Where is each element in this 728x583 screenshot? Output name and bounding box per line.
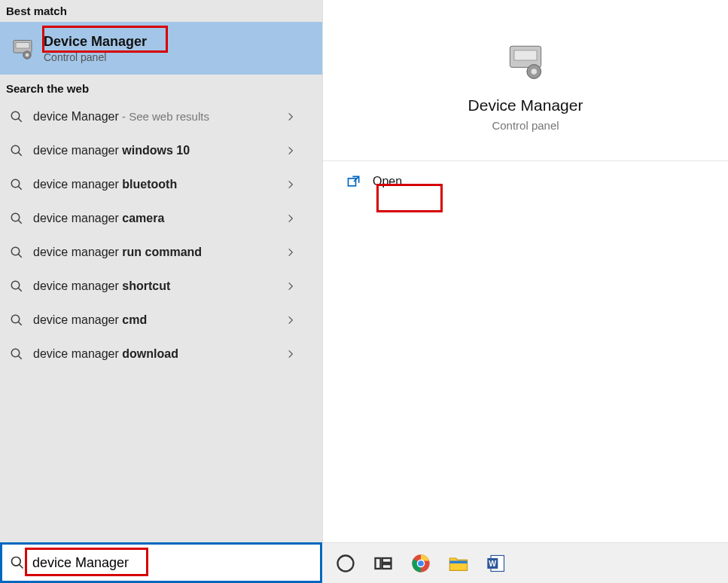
device-manager-large-icon bbox=[503, 38, 548, 83]
device-manager-icon bbox=[8, 33, 38, 63]
best-match-header: Best match bbox=[0, 0, 322, 22]
svg-point-3 bbox=[26, 53, 29, 57]
svg-rect-25 bbox=[449, 560, 467, 563]
svg-text:W: W bbox=[489, 558, 496, 567]
web-result-text: device manager camera bbox=[33, 212, 283, 225]
web-result-item[interactable]: device manager bluetooth bbox=[0, 167, 322, 201]
svg-point-17 bbox=[12, 557, 21, 566]
web-result-text: device manager run command bbox=[33, 246, 283, 259]
search-icon bbox=[8, 142, 26, 160]
chevron-right-icon[interactable] bbox=[283, 245, 298, 260]
search-icon bbox=[8, 277, 26, 295]
web-result-text: device manager download bbox=[33, 347, 283, 361]
svg-point-24 bbox=[418, 560, 424, 566]
web-result-item[interactable]: device manager camera bbox=[0, 201, 322, 235]
svg-point-11 bbox=[11, 349, 20, 357]
web-result-text: device manager cmd bbox=[33, 313, 283, 327]
chevron-right-icon[interactable] bbox=[283, 211, 298, 226]
search-icon bbox=[8, 311, 26, 329]
search-icon bbox=[8, 209, 26, 227]
web-result-item[interactable]: device manager run command bbox=[0, 235, 322, 269]
svg-point-15 bbox=[532, 69, 538, 75]
svg-rect-1 bbox=[16, 43, 29, 49]
file-explorer-icon[interactable] bbox=[443, 548, 474, 579]
svg-rect-13 bbox=[514, 50, 537, 60]
web-result-item[interactable]: device manager shortcut bbox=[0, 269, 322, 303]
search-icon bbox=[8, 176, 26, 194]
svg-rect-21 bbox=[382, 564, 391, 569]
svg-point-10 bbox=[11, 315, 20, 323]
open-action[interactable]: Open bbox=[323, 161, 728, 202]
chrome-icon[interactable] bbox=[405, 548, 437, 579]
web-results-list: device Manager - See web resultsdevice m… bbox=[0, 99, 322, 371]
svg-point-6 bbox=[11, 179, 20, 188]
open-label: Open bbox=[373, 175, 402, 188]
svg-point-7 bbox=[11, 213, 20, 221]
svg-rect-20 bbox=[382, 558, 391, 563]
web-results-header: Search the web bbox=[0, 78, 322, 99]
taskbar: W bbox=[322, 542, 728, 583]
search-icon bbox=[8, 243, 26, 261]
search-icon bbox=[8, 554, 26, 572]
web-result-text: device manager windows 10 bbox=[33, 144, 283, 157]
chevron-right-icon[interactable] bbox=[283, 313, 298, 328]
web-result-item[interactable]: device manager windows 10 bbox=[0, 133, 322, 167]
best-match-item[interactable]: Device Manager Control panel bbox=[0, 22, 322, 75]
search-input[interactable] bbox=[26, 555, 314, 571]
detail-title: Device Manager bbox=[468, 96, 583, 114]
search-bar[interactable] bbox=[0, 542, 322, 583]
web-result-item[interactable]: device Manager - See web results bbox=[0, 99, 322, 133]
chevron-right-icon[interactable] bbox=[283, 143, 298, 158]
search-results-panel: Best match Device Manager Control panel … bbox=[0, 0, 322, 542]
detail-subtitle: Control panel bbox=[492, 119, 559, 132]
web-result-item[interactable]: device manager download bbox=[0, 337, 322, 371]
chevron-right-icon[interactable] bbox=[283, 177, 298, 192]
detail-panel: Device Manager Control panel Open bbox=[322, 0, 728, 542]
svg-rect-19 bbox=[376, 558, 381, 569]
best-match-title: Device Manager bbox=[44, 34, 147, 50]
chevron-right-icon[interactable] bbox=[283, 346, 298, 362]
web-result-text: device manager bluetooth bbox=[33, 178, 283, 191]
cortana-icon[interactable] bbox=[330, 548, 361, 579]
web-result-item[interactable]: device manager cmd bbox=[0, 303, 322, 337]
search-icon bbox=[8, 345, 26, 363]
web-result-text: device Manager - See web results bbox=[33, 110, 283, 124]
svg-point-8 bbox=[11, 247, 20, 255]
best-match-subtitle: Control panel bbox=[44, 51, 147, 63]
svg-point-18 bbox=[338, 555, 354, 571]
svg-point-9 bbox=[11, 281, 20, 289]
chevron-right-icon[interactable] bbox=[283, 109, 298, 124]
svg-rect-16 bbox=[349, 179, 356, 186]
open-icon bbox=[346, 173, 362, 190]
chevron-right-icon[interactable] bbox=[283, 279, 298, 294]
task-view-icon[interactable] bbox=[367, 548, 399, 579]
search-icon bbox=[8, 108, 26, 126]
svg-point-4 bbox=[11, 111, 20, 120]
web-result-text: device manager shortcut bbox=[33, 279, 283, 293]
word-icon[interactable]: W bbox=[480, 548, 512, 579]
svg-point-5 bbox=[11, 145, 20, 154]
